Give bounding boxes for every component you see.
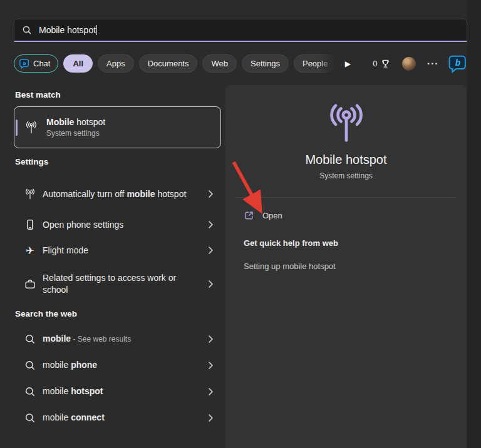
mobile-hotspot-icon <box>324 103 368 144</box>
quick-help-link[interactable]: Get quick help from web <box>244 238 338 248</box>
tab-people[interactable]: People <box>294 54 334 73</box>
window-edge <box>467 0 481 448</box>
chevron-right-icon <box>208 361 214 370</box>
web-result-mobile-hotspot[interactable]: mobile hotspot <box>14 382 221 401</box>
filter-bar-actions: ▶ 0 ••• <box>343 54 467 73</box>
chevron-right-icon <box>208 280 214 288</box>
search-icon <box>24 333 36 345</box>
setup-hotspot-link[interactable]: Setting up mobile hotspot <box>244 262 336 271</box>
settings-result-phone-settings[interactable]: Open phone settings <box>14 215 221 234</box>
more-options-icon[interactable]: ••• <box>428 61 439 67</box>
settings-result-flight-mode[interactable]: ✈ Flight mode <box>14 241 221 260</box>
web-result-mobile-connect[interactable]: mobile connect <box>14 409 221 427</box>
settings-result-work-school[interactable]: Related settings to access work or schoo… <box>14 270 221 298</box>
chat-chip-label: Chat <box>33 59 50 68</box>
tab-documents-label: Documents <box>148 59 189 68</box>
tab-apps[interactable]: Apps <box>98 54 134 73</box>
mobile-hotspot-icon <box>24 188 36 200</box>
web-result-mobile-phone[interactable]: mobile phone <box>14 356 221 375</box>
chevron-right-icon <box>208 246 214 255</box>
filter-bar: Chat All Apps Documents Web Settings Peo… <box>14 54 467 73</box>
tab-documents[interactable]: Documents <box>139 54 198 73</box>
preview-subtitle: System settings <box>225 171 467 180</box>
rewards-count: 0 <box>373 59 377 68</box>
best-match-title: Mobile hotspot <box>46 117 105 127</box>
search-input[interactable]: Mobile hotspot <box>14 19 467 42</box>
briefcase-icon <box>24 278 36 290</box>
chevron-right-icon <box>208 414 214 422</box>
airplane-icon: ✈ <box>24 245 36 256</box>
rewards-badge[interactable]: 0 <box>373 59 390 69</box>
user-avatar[interactable] <box>402 57 416 71</box>
settings-heading: Settings <box>15 157 48 166</box>
tab-all-label: All <box>73 59 83 68</box>
start-search-panel: Mobile hotspot Chat All Apps Documents W… <box>0 0 481 448</box>
text-caret <box>96 25 97 35</box>
divider <box>236 197 456 198</box>
best-match-result[interactable]: Mobile hotspot System settings <box>14 106 221 148</box>
tab-all[interactable]: All <box>63 54 93 73</box>
settings-result-hotspot-auto-off[interactable]: Automatically turn off mobile hotspot <box>14 180 221 208</box>
search-icon <box>24 386 36 397</box>
search-icon <box>24 360 36 371</box>
filter-chips: Chat All Apps Documents Web Settings Peo… <box>14 54 334 73</box>
tab-apps-label: Apps <box>106 59 125 68</box>
mobile-hotspot-icon <box>24 121 38 134</box>
open-action[interactable]: Open <box>244 210 282 221</box>
tab-settings-label: Settings <box>251 59 280 68</box>
scroll-filters-button[interactable]: ▶ <box>343 59 353 68</box>
trophy-icon <box>381 59 390 69</box>
tab-web[interactable]: Web <box>202 54 237 73</box>
chevron-right-icon <box>208 190 214 198</box>
chat-chip[interactable]: Chat <box>14 54 58 73</box>
chevron-right-icon <box>208 387 214 396</box>
search-web-heading: Search the web <box>15 309 77 318</box>
web-result-mobile[interactable]: mobile - See web results <box>14 330 221 349</box>
search-value: Mobile hotspot <box>39 25 96 35</box>
open-external-icon <box>244 210 254 221</box>
tab-people-label: People <box>303 59 328 68</box>
tab-web-label: Web <box>211 59 228 68</box>
best-match-heading: Best match <box>15 90 61 99</box>
phone-icon <box>24 219 36 230</box>
search-icon <box>24 412 36 424</box>
tab-settings[interactable]: Settings <box>242 54 289 73</box>
best-match-subtitle: System settings <box>46 129 105 138</box>
preview-title: Mobile hotspot <box>225 153 467 167</box>
open-action-label: Open <box>262 211 282 220</box>
chevron-right-icon <box>208 220 214 229</box>
bing-chat-icon <box>19 59 29 69</box>
bing-logo-icon[interactable] <box>448 54 467 73</box>
search-icon <box>22 25 32 35</box>
selection-accent-bar <box>16 120 18 136</box>
chevron-right-icon <box>208 335 214 344</box>
preview-pane: Mobile hotspot System settings Open Get … <box>225 85 467 448</box>
